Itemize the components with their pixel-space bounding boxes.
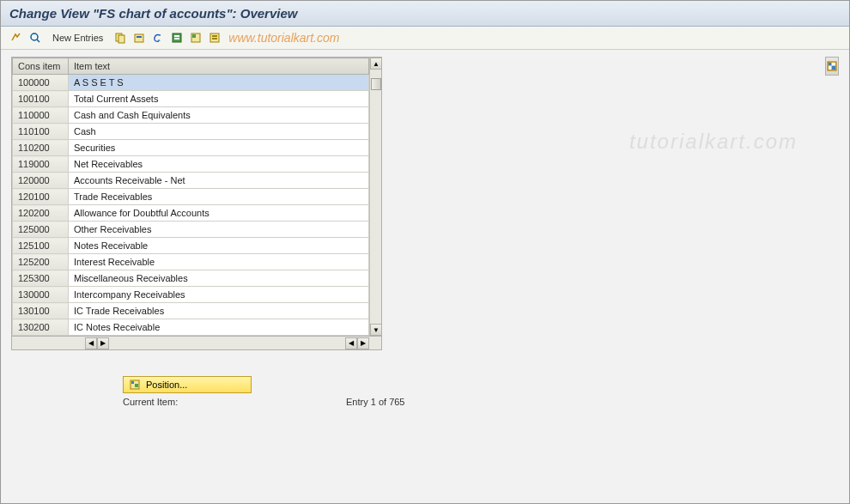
data-grid: Cons item Item text 100000A S S E T S100… [11,57,382,337]
table-row[interactable]: 125300Miscellaneous Receivables [13,270,369,287]
item-text-cell[interactable]: Net Receivables [69,156,369,173]
item-text-cell[interactable]: Notes Receivable [69,238,369,254]
cons-item-cell[interactable]: 125200 [13,254,69,270]
deselect-all-icon[interactable] [206,29,223,46]
footer-area: Position... Current Item: Entry 1 of 765 [123,376,839,407]
table-row[interactable]: 110200Securities [13,140,369,156]
svg-rect-8 [174,38,179,39]
new-entries-button[interactable]: New Entries [46,31,110,45]
table-row[interactable]: 125000Other Receivables [13,222,369,238]
item-text-cell[interactable]: Accounts Receivable - Net [69,173,369,189]
position-label: Position... [146,380,187,390]
hscroll-right-button[interactable]: ▶ [97,337,109,349]
select-block-icon[interactable] [187,29,204,46]
vertical-scrollbar: ▲ ▼ [369,58,381,336]
cons-item-cell[interactable]: 120000 [13,173,69,189]
select-all-icon[interactable] [168,29,185,46]
horizontal-scrollbar: ◀ ▶ ◀ ▶ [11,337,382,350]
item-text-cell[interactable]: Securities [69,140,369,156]
column-header-cons[interactable]: Cons item [13,58,69,75]
scroll-down-button[interactable]: ▼ [370,324,382,336]
copy-icon[interactable] [112,29,129,46]
scroll-track[interactable] [370,70,381,324]
scroll-thumb[interactable] [371,78,381,90]
cons-item-cell[interactable]: 125100 [13,238,69,254]
watermark-text: www.tutorialkart.com [228,31,339,45]
cons-item-cell[interactable]: 110100 [13,124,69,140]
svg-rect-16 [832,63,835,65]
item-text-cell[interactable]: A S S E T S [69,75,369,91]
scroll-up-button[interactable]: ▲ [370,58,382,70]
item-text-cell[interactable]: Intercompany Receivables [69,287,369,303]
item-text-cell[interactable]: IC Notes Receivable [69,319,369,336]
cons-item-cell[interactable]: 100100 [13,91,69,107]
current-item-label: Current Item: [123,397,346,407]
cons-item-cell[interactable]: 125000 [13,222,69,238]
item-text-cell[interactable]: Allowance for Doubtful Accounts [69,205,369,222]
item-text-cell[interactable]: Cash [69,124,369,140]
toggle-display-icon[interactable] [8,29,25,46]
table-row[interactable]: 130000Intercompany Receivables [13,287,369,303]
cons-item-cell[interactable]: 110200 [13,140,69,156]
svg-rect-12 [212,35,217,37]
cons-item-cell[interactable]: 120200 [13,205,69,222]
svg-rect-17 [829,66,831,70]
item-text-cell[interactable]: Total Current Assets [69,91,369,107]
delete-icon[interactable] [131,29,148,46]
hscroll-right-button-2[interactable]: ▶ [357,337,369,349]
svg-rect-7 [174,35,179,37]
position-button[interactable]: Position... [123,376,252,393]
table-row[interactable]: 110000Cash and Cash Equivalents [13,107,369,124]
item-text-cell[interactable]: IC Trade Receivables [69,303,369,319]
hscroll-left-button[interactable]: ◀ [85,337,97,349]
cons-item-cell[interactable]: 110000 [13,107,69,124]
details-icon[interactable] [27,29,44,46]
table-row[interactable]: 120100Trade Receivables [13,189,369,205]
svg-line-1 [37,39,39,42]
undo-icon[interactable] [149,29,167,46]
table-row[interactable]: 110100Cash [13,124,369,140]
window-title: Change View "FS chart of accounts": Over… [1,1,849,27]
cons-item-cell[interactable]: 100000 [13,75,69,91]
item-text-cell[interactable]: Other Receivables [69,222,369,238]
cons-item-cell[interactable]: 120100 [13,189,69,205]
svg-rect-5 [137,36,142,38]
cons-item-cell[interactable]: 125300 [13,270,69,287]
table-row[interactable]: 119000Net Receivables [13,156,369,173]
table-row[interactable]: 125100Notes Receivable [13,238,369,254]
svg-rect-4 [135,34,143,42]
svg-rect-18 [832,66,835,70]
table-row[interactable]: 125200Interest Receivable [13,254,369,270]
svg-rect-13 [212,38,217,39]
table-row[interactable]: 130100IC Trade Receivables [13,303,369,319]
position-icon [129,379,141,391]
svg-rect-15 [829,63,831,65]
table-row[interactable]: 130200IC Notes Receivable [13,319,369,336]
svg-point-0 [31,33,38,40]
toolbar: New Entries www.tutorialkart.com [1,27,849,50]
table-row[interactable]: 100000A S S E T S [13,75,369,91]
cons-item-cell[interactable]: 130200 [13,319,69,336]
watermark-side: tutorialkart.com [629,130,798,154]
content-area: Cons item Item text 100000A S S E T S100… [1,50,849,414]
entry-count-text: Entry 1 of 765 [346,397,405,407]
table-settings-icon[interactable] [825,57,839,76]
table-row[interactable]: 120000Accounts Receivable - Net [13,173,369,189]
item-text-cell[interactable]: Interest Receivable [69,254,369,270]
svg-rect-21 [135,384,138,387]
table-row[interactable]: 120200Allowance for Doubtful Accounts [13,205,369,222]
svg-rect-10 [192,34,196,38]
cons-item-cell[interactable]: 119000 [13,156,69,173]
hscroll-left-button-2[interactable]: ◀ [345,337,357,349]
cons-item-cell[interactable]: 130000 [13,287,69,303]
column-header-text[interactable]: Item text [69,58,369,75]
table-row[interactable]: 100100Total Current Assets [13,91,369,107]
svg-rect-3 [118,35,124,43]
svg-rect-20 [131,381,134,384]
item-text-cell[interactable]: Trade Receivables [69,189,369,205]
cons-item-cell[interactable]: 130100 [13,303,69,319]
item-text-cell[interactable]: Cash and Cash Equivalents [69,107,369,124]
item-text-cell[interactable]: Miscellaneous Receivables [69,270,369,287]
